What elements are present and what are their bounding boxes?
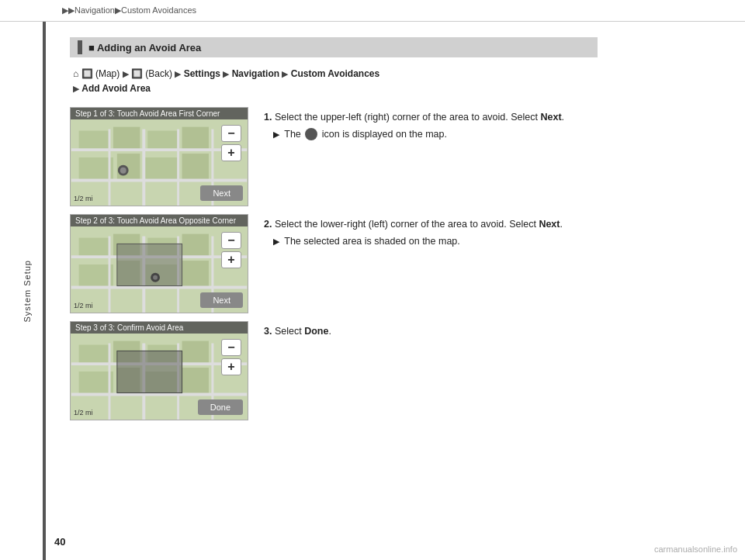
svg-rect-18 bbox=[79, 238, 109, 258]
svg-rect-8 bbox=[182, 154, 209, 180]
map3-label: Step 3 of 3: Confirm Avoid Area bbox=[71, 322, 248, 334]
section-header: ■ Adding an Avoid Area bbox=[70, 37, 598, 57]
svg-rect-7 bbox=[144, 157, 178, 181]
step1-text-col: 1. Select the upper-left (right) corner … bbox=[264, 107, 722, 206]
step3-text: 3. Select Done. bbox=[264, 324, 722, 339]
step3-text-col: 3. Select Done. bbox=[264, 321, 722, 420]
svg-rect-6 bbox=[182, 127, 209, 150]
svg-point-16 bbox=[120, 168, 126, 174]
path-line: ⌂ 🔲 (Map) ▶ 🔲 (Back) ▶ Settings ▶ Naviga… bbox=[70, 67, 722, 96]
step2-sub-arrow: ▶ bbox=[273, 235, 279, 248]
svg-rect-25 bbox=[182, 261, 209, 287]
map3-scale: 1/2 mi bbox=[74, 409, 93, 417]
map-icon: 🔲 bbox=[81, 68, 93, 79]
svg-rect-41 bbox=[182, 341, 209, 365]
navigation-label: Navigation bbox=[232, 68, 279, 79]
map1-label: Step 1 of 3: Touch Avoid Area First Corn… bbox=[71, 108, 248, 119]
map1-zoom-in[interactable]: + bbox=[221, 144, 241, 161]
map2-box: Step 2 of 3: Touch Avoid Area Opposite C… bbox=[70, 214, 248, 313]
step1-num: 1. bbox=[264, 112, 272, 123]
main-content: ■ Adding an Avoid Area ⌂ 🔲 (Map) ▶ 🔲 (Ba… bbox=[54, 22, 745, 560]
svg-rect-23 bbox=[182, 234, 209, 258]
svg-rect-43 bbox=[182, 368, 209, 394]
map2-label: Step 2 of 3: Touch Avoid Area Opposite C… bbox=[71, 215, 248, 226]
watermark: carmanualsonline.info bbox=[654, 544, 737, 554]
step2-text: 2. Select the lower-right (left) corner … bbox=[264, 217, 722, 249]
settings-label: Settings bbox=[184, 68, 220, 79]
svg-rect-38 bbox=[79, 372, 113, 395]
svg-rect-5 bbox=[147, 131, 178, 150]
svg-rect-20 bbox=[79, 264, 113, 288]
step2-text-col: 2. Select the lower-right (left) corner … bbox=[264, 214, 722, 313]
step1-text: 1. Select the upper-left (right) corner … bbox=[264, 110, 722, 142]
map3-zoom-in[interactable]: + bbox=[221, 358, 241, 375]
back-label: (Back) bbox=[145, 68, 172, 79]
breadcrumb-bar: ▶▶Navigation▶Custom Avoidances bbox=[0, 0, 745, 22]
arrow-2: ▶ bbox=[175, 69, 181, 78]
svg-rect-36 bbox=[79, 345, 109, 365]
custom-avoidances-label: Custom Avoidances bbox=[291, 68, 379, 79]
map2-controls[interactable]: − + bbox=[221, 232, 241, 268]
map3-box: Step 3 of 3: Confirm Avoid Area bbox=[70, 321, 248, 420]
map-marker-icon bbox=[305, 128, 317, 140]
arrow-1: ▶ bbox=[123, 69, 129, 78]
map1-next-button[interactable]: Next bbox=[200, 185, 243, 201]
svg-rect-2 bbox=[113, 127, 140, 150]
svg-rect-1 bbox=[79, 131, 109, 150]
map3-zoom-out[interactable]: − bbox=[221, 339, 241, 356]
step1-row: Step 1 of 3: Touch Avoid Area First Corn… bbox=[70, 107, 722, 206]
step2-num: 2. bbox=[264, 219, 272, 230]
step3-main: Select bbox=[275, 326, 304, 337]
sidebar-label: System Setup bbox=[23, 260, 32, 322]
svg-rect-50 bbox=[117, 351, 182, 393]
step2-next-bold: Next bbox=[539, 219, 560, 230]
step1-next-bold: Next bbox=[540, 112, 561, 123]
step1-sub-arrow: ▶ bbox=[273, 128, 279, 141]
map2-container: Step 2 of 3: Touch Avoid Area Opposite C… bbox=[70, 214, 248, 313]
home-icon: ⌂ bbox=[73, 68, 78, 79]
svg-rect-3 bbox=[79, 157, 113, 181]
step3-done-bold: Done bbox=[304, 326, 328, 337]
step3-row: Step 3 of 3: Confirm Avoid Area bbox=[70, 321, 722, 420]
arrow-5: ▶ bbox=[73, 84, 79, 93]
section-header-bar bbox=[78, 40, 82, 54]
map3-controls[interactable]: − + bbox=[221, 339, 241, 375]
arrow-4: ▶ bbox=[282, 69, 288, 78]
step2-sub: ▶ The selected area is shaded on the map… bbox=[264, 234, 722, 249]
map1-scale: 1/2 mi bbox=[74, 195, 93, 202]
svg-point-34 bbox=[153, 275, 158, 280]
map1-box: Step 1 of 3: Touch Avoid Area First Corn… bbox=[70, 107, 248, 206]
step1-main: Select the upper-left (right) corner of … bbox=[275, 112, 541, 123]
map1-controls[interactable]: − + bbox=[221, 125, 241, 161]
map3-container: Step 3 of 3: Confirm Avoid Area bbox=[70, 321, 248, 420]
sidebar: System Setup bbox=[0, 22, 54, 560]
map1-zoom-out[interactable]: − bbox=[221, 125, 241, 142]
map2-next-button[interactable]: Next bbox=[200, 292, 243, 308]
map2-zoom-out[interactable]: − bbox=[221, 232, 241, 249]
step3-num: 3. bbox=[264, 326, 272, 337]
map1-container: Step 1 of 3: Touch Avoid Area First Corn… bbox=[70, 107, 248, 206]
map3-done-button[interactable]: Done bbox=[198, 399, 243, 415]
page-number: 40 bbox=[54, 536, 65, 548]
map-label: (Map) bbox=[95, 68, 120, 79]
arrow-3: ▶ bbox=[223, 69, 229, 78]
svg-rect-32 bbox=[117, 244, 182, 286]
section-title: ■ Adding an Avoid Area bbox=[88, 42, 201, 54]
map2-scale: 1/2 mi bbox=[74, 302, 93, 309]
back-icon: 🔲 bbox=[131, 68, 143, 79]
map2-zoom-in[interactable]: + bbox=[221, 251, 241, 268]
step1-sub: ▶ The icon is displayed on the map. bbox=[264, 127, 722, 142]
add-avoid-area-label: Add Avoid Area bbox=[81, 83, 151, 94]
breadcrumb-text: ▶▶Navigation▶Custom Avoidances bbox=[62, 5, 196, 16]
step2-main: Select the lower-right (left) corner of … bbox=[275, 219, 539, 230]
step2-row: Step 2 of 3: Touch Avoid Area Opposite C… bbox=[70, 214, 722, 313]
